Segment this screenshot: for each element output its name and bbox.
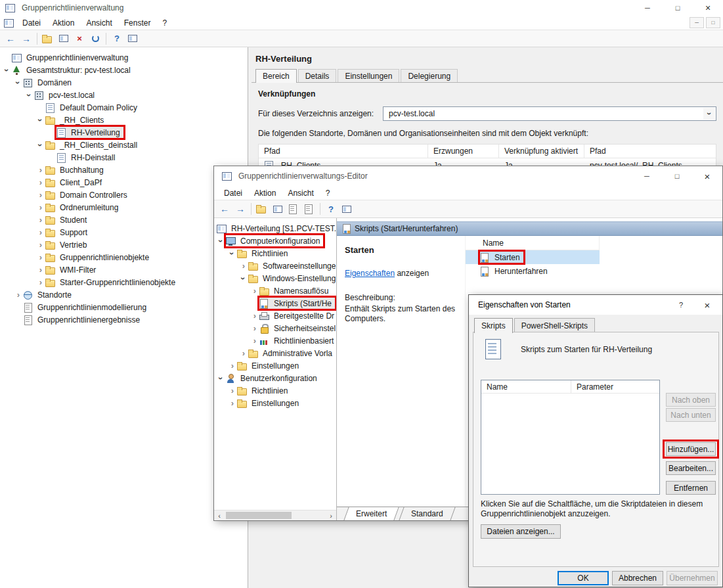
chevron-expanded-icon[interactable]: › bbox=[227, 249, 238, 258]
tree-item-rh-clients-deinstall[interactable]: ›_RH_Clients_deinstall bbox=[0, 139, 248, 151]
list-item-herunterfahren[interactable]: Herunterfahren bbox=[466, 264, 600, 278]
tree-item-administrative-vorlagen[interactable]: ›Administrative Vorla bbox=[214, 347, 336, 359]
tree-item-richtlinien-benutzer[interactable]: ›Richtlinien bbox=[214, 384, 336, 397]
tree-item-default-domain-policy[interactable]: Default Domain Policy bbox=[0, 101, 248, 114]
chevron-collapsed-icon[interactable]: › bbox=[36, 165, 45, 175]
tree-item-domaenen[interactable]: ›Domänen bbox=[0, 76, 248, 89]
chevron-collapsed-icon[interactable]: › bbox=[239, 348, 248, 359]
maximize-button[interactable]: □ bbox=[663, 0, 693, 16]
column-header-verknuepfung-aktiviert[interactable]: Verknüpfung aktiviert bbox=[499, 145, 584, 158]
back-button[interactable]: ← bbox=[217, 202, 232, 216]
add-button[interactable]: Hinzufügen... bbox=[666, 442, 716, 456]
chevron-collapsed-icon[interactable]: › bbox=[228, 361, 237, 371]
ok-button[interactable]: OK bbox=[558, 571, 609, 585]
menu-hilfe[interactable]: ? bbox=[156, 16, 173, 30]
mdi-restore-button[interactable]: □ bbox=[706, 17, 720, 28]
list-item-starten[interactable]: Starten bbox=[466, 250, 600, 264]
chevron-expanded-icon[interactable]: › bbox=[13, 78, 24, 87]
chevron-expanded-icon[interactable]: › bbox=[238, 274, 249, 283]
chevron-expanded-icon[interactable]: › bbox=[35, 141, 46, 150]
export-button[interactable] bbox=[301, 202, 317, 216]
chevron-collapsed-icon[interactable]: › bbox=[36, 252, 45, 263]
chevron-collapsed-icon[interactable]: › bbox=[36, 215, 45, 225]
tree-item-ordnerumleitung[interactable]: ›Ordnerumleitung bbox=[0, 201, 248, 214]
tree-item-richtlinienbasiert[interactable]: ›Richtlinienbasiert bbox=[214, 334, 336, 347]
tree-item-standorte[interactable]: ›Standorte bbox=[0, 288, 248, 301]
menu-ansicht[interactable]: Ansicht bbox=[80, 16, 118, 30]
tree-item-ergebnisse[interactable]: Gruppenrichtlinienergebnisse bbox=[0, 313, 248, 326]
chevron-expanded-icon[interactable]: › bbox=[2, 66, 12, 75]
properties-button[interactable] bbox=[286, 202, 301, 216]
chevron-collapsed-icon[interactable]: › bbox=[239, 261, 248, 271]
tree-item-bereitgestellte-drucker[interactable]: ›Bereitgestellte Dr bbox=[214, 309, 336, 322]
horizontal-scrollbar[interactable]: ‹ › bbox=[214, 510, 336, 520]
tree-item-windows-einstellungen[interactable]: ›Windows-Einstellung bbox=[214, 272, 336, 284]
new-window-button[interactable] bbox=[339, 202, 355, 216]
new-window-button[interactable] bbox=[125, 32, 141, 46]
chevron-collapsed-icon[interactable]: › bbox=[250, 311, 259, 321]
chevron-expanded-icon[interactable]: › bbox=[24, 91, 35, 100]
column-header-name[interactable]: Name bbox=[481, 380, 571, 393]
menu-aktion[interactable]: Aktion bbox=[47, 16, 80, 30]
chevron-collapsed-icon[interactable]: › bbox=[36, 202, 45, 213]
tree-item-buchhaltung[interactable]: ›Buchhaltung bbox=[0, 164, 248, 176]
chevron-collapsed-icon[interactable]: › bbox=[36, 265, 45, 275]
mdi-minimize-button[interactable]: ─ bbox=[690, 17, 704, 28]
chevron-collapsed-icon[interactable]: › bbox=[228, 398, 237, 409]
chevron-collapsed-icon[interactable]: › bbox=[36, 240, 45, 250]
column-header-erzwungen[interactable]: Erzwungen bbox=[428, 145, 499, 158]
tree-item-domain-controllers[interactable]: ›Domain Controllers bbox=[0, 189, 248, 201]
tree-item-benutzerkonfiguration[interactable]: ›Benutzerkonfiguration bbox=[214, 372, 336, 384]
chevron-collapsed-icon[interactable]: › bbox=[36, 277, 45, 288]
tree-item-wmi-filter[interactable]: ›WMI-Filter bbox=[0, 263, 248, 276]
show-console-tree-button[interactable] bbox=[270, 202, 286, 216]
tree-item-gruppenrichtlinienobjekte[interactable]: ›Gruppenrichtlinienobjekte bbox=[0, 251, 248, 263]
column-header-pfad[interactable]: Pfad bbox=[259, 145, 428, 158]
chevron-collapsed-icon[interactable]: › bbox=[250, 336, 259, 346]
chevron-expanded-icon[interactable]: › bbox=[216, 374, 227, 383]
move-up-button[interactable]: Nach oben bbox=[666, 393, 716, 407]
help-button[interactable]: ? bbox=[109, 32, 125, 46]
chevron-collapsed-icon[interactable]: › bbox=[228, 386, 237, 396]
tree-item-einstellungen-benutzer[interactable]: ›Einstellungen bbox=[214, 397, 336, 409]
tree-item-student[interactable]: ›Student bbox=[0, 214, 248, 226]
tree-item-computerkonfiguration[interactable]: ›Computerkonfiguration bbox=[214, 235, 336, 247]
tree-item-namensaufloesung[interactable]: ›Namensauflösu bbox=[214, 284, 336, 297]
tab-bereich[interactable]: Bereich bbox=[255, 69, 297, 83]
tree-item-client-dapf[interactable]: ›Client_DaPf bbox=[0, 176, 248, 189]
export-list-button[interactable] bbox=[40, 32, 56, 46]
close-button[interactable]: × bbox=[692, 166, 722, 186]
tree-item-pcv-test-local[interactable]: ›pcv-test.local bbox=[0, 89, 248, 101]
show-files-button[interactable]: Dateien anzeigen... bbox=[481, 524, 561, 539]
chevron-collapsed-icon[interactable]: › bbox=[250, 286, 259, 296]
tree-item-gesamtstruktur[interactable]: ›Gesamtstruktur: pcv-test.local bbox=[0, 64, 248, 76]
tree-item-einstellungen-computer[interactable]: ›Einstellungen bbox=[214, 359, 336, 372]
chevron-collapsed-icon[interactable]: › bbox=[14, 290, 23, 300]
menu-ansicht[interactable]: Ansicht bbox=[282, 186, 319, 200]
scroll-right-button[interactable]: › bbox=[326, 510, 336, 520]
minimize-button[interactable]: ─ bbox=[632, 0, 663, 16]
tab-skripts[interactable]: Skripts bbox=[474, 318, 513, 333]
tab-details[interactable]: Details bbox=[298, 69, 337, 82]
tree-item-softwareeinstellungen[interactable]: ›Softwareeinstellunge bbox=[214, 260, 336, 272]
close-button[interactable]: × bbox=[693, 0, 723, 16]
menu-fenster[interactable]: Fenster bbox=[118, 16, 157, 30]
scrollbar-thumb[interactable] bbox=[226, 512, 292, 519]
back-button[interactable]: ← bbox=[3, 32, 18, 46]
cancel-button[interactable]: Abbrechen bbox=[612, 571, 663, 585]
tree-item-rh-verteilung-root[interactable]: RH-Verteilung [S1.PCV-TEST.LO bbox=[214, 222, 336, 235]
tree-item-rh-clients[interactable]: ›_RH_Clients bbox=[0, 114, 248, 126]
tree-item-support[interactable]: ›Support bbox=[0, 226, 248, 238]
maximize-button[interactable]: □ bbox=[662, 166, 692, 186]
tree-item-gruppenrichtlinienverwaltung[interactable]: Gruppenrichtlinienverwaltung bbox=[0, 51, 248, 64]
script-files-list[interactable]: Name Parameter bbox=[481, 380, 660, 495]
chevron-expanded-icon[interactable]: › bbox=[216, 237, 227, 246]
tree-item-rh-verteilung[interactable]: RH-Verteilung bbox=[0, 126, 248, 139]
tree-item-skripts[interactable]: Skripts (Start/He bbox=[214, 297, 336, 309]
chevron-collapsed-icon[interactable]: › bbox=[36, 227, 45, 238]
properties-link[interactable]: Eigenschaften bbox=[345, 269, 395, 278]
tree-item-modellierung[interactable]: Gruppenrichtlinienmodellierung bbox=[0, 301, 248, 313]
tree-item-starter-gpo[interactable]: ›Starter-Gruppenrichtlinienobjekte bbox=[0, 276, 248, 288]
tab-einstellungen[interactable]: Einstellungen bbox=[338, 69, 399, 82]
apply-button[interactable]: Übernehmen bbox=[667, 571, 718, 585]
